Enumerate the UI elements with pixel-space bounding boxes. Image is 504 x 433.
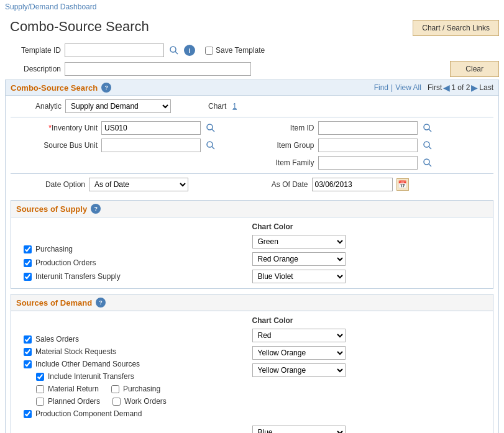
- info-icon[interactable]: i: [184, 45, 195, 56]
- interunit-transfers-color-select[interactable]: GreenRed OrangeBlue VioletRedYellow Oran…: [252, 270, 346, 283]
- description-label: Description: [5, 65, 61, 73]
- include-interunit-transfers-checkbox[interactable]: [36, 373, 44, 381]
- production-orders-checkbox[interactable]: [24, 259, 32, 267]
- date-option-label: Date Option: [23, 180, 85, 189]
- save-template-checkbox[interactable]: [205, 47, 213, 55]
- production-component-color-select[interactable]: RedGreenRed OrangeBlue VioletYellow Oran…: [252, 426, 346, 433]
- material-stock-requests-checkbox[interactable]: [24, 348, 32, 356]
- item-family-label: Item Family: [252, 158, 314, 167]
- svg-point-0: [170, 47, 176, 52]
- sales-orders-checkbox[interactable]: [24, 335, 32, 344]
- svg-point-10: [424, 159, 429, 165]
- combo-source-search-title: Combo-Source Search: [11, 83, 98, 93]
- svg-line-9: [429, 147, 431, 149]
- template-id-search-icon[interactable]: [168, 44, 180, 57]
- description-input[interactable]: [65, 62, 251, 76]
- breadcrumb: Supply/Demand Dashboard: [0, 0, 504, 14]
- prev-page-btn[interactable]: ◀: [443, 83, 450, 93]
- purchasing-label: Purchasing: [35, 245, 73, 253]
- svg-point-6: [424, 124, 429, 130]
- source-bus-unit-input[interactable]: [101, 139, 201, 152]
- analytic-label: Analytic: [24, 102, 62, 111]
- chart-label: Chart: [208, 102, 226, 111]
- date-option-select[interactable]: As of Date Date Range Period: [89, 178, 188, 191]
- work-orders-checkbox[interactable]: [112, 398, 121, 406]
- item-family-input[interactable]: [318, 156, 418, 170]
- supply-chart-color-header: Chart Color: [252, 222, 481, 231]
- item-group-search-icon[interactable]: [421, 139, 434, 152]
- svg-line-11: [429, 164, 431, 166]
- analytic-select[interactable]: Supply and Demand Demand Only Supply Onl…: [65, 99, 171, 113]
- chart-search-links-button[interactable]: Chart / Search Links: [413, 20, 499, 36]
- as-of-date-label: As Of Date: [252, 180, 308, 189]
- supply-help-icon[interactable]: ?: [91, 204, 101, 214]
- production-component-demand-label: Production Component Demand: [35, 409, 142, 418]
- combo-source-help-icon[interactable]: ?: [101, 83, 111, 93]
- as-of-date-input[interactable]: 03/06/2013: [312, 178, 393, 191]
- demand-help-icon[interactable]: ?: [96, 298, 106, 308]
- last-label: Last: [479, 83, 493, 92]
- inventory-unit-input[interactable]: US010: [101, 121, 201, 135]
- interunit-transfers-supply-label: Interunit Transfers Supply: [35, 272, 121, 281]
- template-id-label: Template ID: [5, 46, 61, 55]
- include-other-demand-label: Include Other Demand Sources: [35, 360, 140, 368]
- source-bus-unit-search-icon[interactable]: [204, 139, 217, 152]
- save-template-checkbox-wrapper: Save Template: [205, 46, 265, 55]
- material-stock-requests-label: Material Stock Requests: [35, 347, 116, 356]
- source-bus-unit-label: Source Bus Unit: [23, 141, 98, 150]
- find-link[interactable]: Find: [374, 83, 388, 92]
- chart-value-link[interactable]: 1: [232, 102, 237, 111]
- sales-orders-color-select[interactable]: RedGreenRed OrangeBlue VioletYellow Oran…: [252, 329, 346, 342]
- page-title: Combo-Source Search: [5, 16, 154, 40]
- pipe-sep: |: [391, 83, 393, 92]
- item-group-label: Item Group: [252, 141, 314, 150]
- calendar-icon[interactable]: 📅: [396, 178, 409, 191]
- production-component-demand-checkbox[interactable]: [24, 410, 32, 418]
- inventory-unit-search-icon[interactable]: [204, 122, 217, 134]
- purchasing-demand-checkbox[interactable]: [111, 385, 119, 393]
- include-interunit-transfers-label: Include Interunit Transfers: [48, 372, 134, 381]
- production-orders-label: Production Orders: [35, 258, 96, 267]
- svg-line-5: [212, 147, 214, 149]
- item-id-label: Item ID: [252, 124, 314, 132]
- svg-line-7: [429, 129, 431, 132]
- save-template-label: Save Template: [216, 46, 265, 55]
- clear-button[interactable]: Clear: [450, 61, 499, 77]
- include-other-demand-checkbox[interactable]: [24, 360, 32, 368]
- item-family-search-icon[interactable]: [421, 157, 434, 169]
- svg-point-2: [207, 124, 213, 130]
- work-orders-label: Work Orders: [124, 397, 167, 406]
- svg-point-4: [207, 142, 213, 147]
- page-info: 1 of 2: [451, 83, 470, 92]
- template-id-input[interactable]: [65, 43, 164, 57]
- purchasing-checkbox[interactable]: [24, 245, 32, 253]
- item-id-input[interactable]: [318, 121, 418, 135]
- demand-chart-color-header: Chart Color: [252, 316, 481, 325]
- svg-line-3: [212, 129, 214, 132]
- view-all-link[interactable]: View All: [395, 83, 421, 92]
- svg-line-1: [175, 52, 178, 54]
- interunit-transfers-supply-checkbox[interactable]: [24, 273, 32, 281]
- demand-section-title: Sources of Demand: [16, 298, 92, 308]
- include-other-demand-color-select[interactable]: RedGreenRed OrangeBlue VioletYellow Oran…: [252, 363, 346, 377]
- item-id-search-icon[interactable]: [421, 122, 434, 134]
- material-return-checkbox[interactable]: [36, 385, 44, 393]
- planned-orders-checkbox[interactable]: [36, 398, 44, 406]
- material-return-label: Material Return: [48, 385, 99, 393]
- sales-orders-label: Sales Orders: [35, 335, 79, 344]
- next-page-btn[interactable]: ▶: [471, 83, 478, 93]
- supply-section-title: Sources of Supply: [16, 204, 87, 214]
- svg-point-8: [424, 142, 429, 147]
- production-orders-color-select[interactable]: GreenRed OrangeBlue VioletRedYellow Oran…: [252, 252, 346, 266]
- first-label: First: [428, 83, 442, 92]
- item-group-input[interactable]: [318, 139, 418, 152]
- inventory-unit-label: *Inventory Unit: [23, 124, 98, 132]
- material-stock-color-select[interactable]: RedGreenRed OrangeBlue VioletYellow Oran…: [252, 346, 346, 360]
- purchasing-demand-label: Purchasing: [123, 385, 160, 393]
- planned-orders-label: Planned Orders: [48, 397, 100, 406]
- purchasing-color-select[interactable]: GreenRed OrangeBlue VioletRedYellow Oran…: [252, 235, 346, 248]
